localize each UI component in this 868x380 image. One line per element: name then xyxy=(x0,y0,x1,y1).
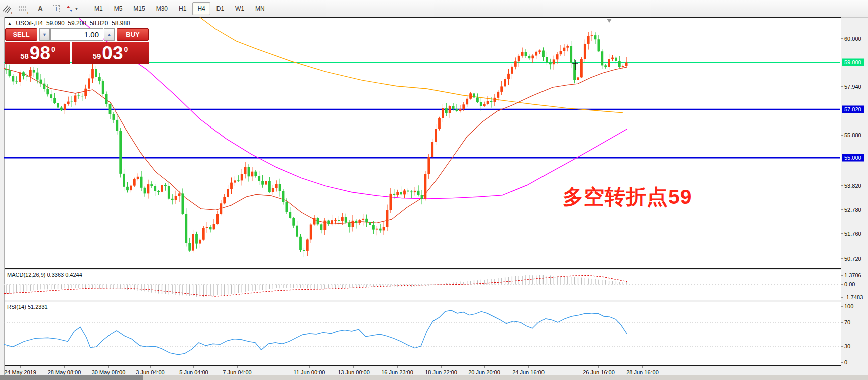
time-axis-label: 18 Jun 22:00 xyxy=(425,369,457,375)
buy-button[interactable]: BUY xyxy=(117,28,149,41)
time-axis-label: 28 May 08:00 xyxy=(48,369,81,375)
ask-price-display[interactable]: 59 03 0 xyxy=(72,42,149,64)
time-axis-label: 11 Jun 00:00 xyxy=(294,369,325,375)
time-axis-label: 5 Jun 04:00 xyxy=(179,369,208,375)
ask-integer: 59 xyxy=(93,52,101,60)
price-axis-label: 55.880 xyxy=(844,132,861,138)
ma-fast-red-line xyxy=(4,67,627,224)
price-line-badge: 59.000 xyxy=(842,59,864,66)
price-axis-label: 52.780 xyxy=(844,207,861,213)
time-axis-label: 28 Jun 16:00 xyxy=(626,369,659,375)
sell-button[interactable]: SELL xyxy=(5,28,37,41)
quote-open: 59.090 xyxy=(46,20,65,27)
time-axis-label: 7 Jun 04:00 xyxy=(223,369,252,375)
macd-signal-line xyxy=(4,275,627,296)
quote-close: 58.980 xyxy=(112,20,130,27)
time-axis-label: 3 Jun 04:00 xyxy=(136,369,165,375)
volume-increase-button[interactable]: ▲ xyxy=(104,28,115,41)
macd-axis-label: 0.00 xyxy=(844,281,855,287)
time-axis-label: 24 Jun 16:00 xyxy=(512,369,545,375)
bid-integer: 58 xyxy=(20,52,29,60)
rsi-axis-label: 0 xyxy=(844,359,847,365)
ask-point: 0 xyxy=(124,45,128,53)
mt4-window: EFAT▼M1M5M15M30H1H4D1W1MN ▲ USOil-,H4 59… xyxy=(0,0,868,380)
time-axis-label: 16 Jun 23:00 xyxy=(381,369,413,375)
price-line-badge: 55.000 xyxy=(842,154,864,162)
up-triangle-icon: ▲ xyxy=(7,21,12,26)
price-axis-label: 50.720 xyxy=(844,256,861,262)
time-axis-label: 26 Jun 16:00 xyxy=(583,369,615,375)
rsi-axis-label: 70 xyxy=(844,319,850,325)
volume-decrease-button[interactable]: ▼ xyxy=(39,28,50,41)
macd-label: MACD(12,26,9) 0.3363 0.4244 xyxy=(7,272,82,278)
symbol-timeframe: USOil-,H4 xyxy=(16,20,43,27)
ma-slow-orange-line xyxy=(200,17,623,113)
price-axis-label: 60.000 xyxy=(844,36,861,42)
quote-line: ▲ USOil-,H4 59.090 59.200 58.820 58.980 xyxy=(7,20,130,27)
rsi-axis-label: 100 xyxy=(844,303,853,309)
ma-mid-magenta-line xyxy=(79,19,627,199)
quote-high: 59.200 xyxy=(68,20,86,27)
time-axis-label: 20 Jun 20:00 xyxy=(468,369,500,375)
time-axis-label: 24 May 2019 xyxy=(4,369,36,375)
macd-axis-label: 1.3706 xyxy=(844,272,861,278)
price-axis-label: 57.940 xyxy=(844,84,861,90)
ask-pips: 03 xyxy=(102,43,123,63)
one-click-trading-panel: SELL ▼ 1.00 ▲ BUY 58 98 0 59 03 0 xyxy=(5,28,149,64)
time-axis-label: 30 May 08:00 xyxy=(92,369,126,375)
time-axis-label: 13 Jun 00:00 xyxy=(338,369,370,375)
chart-text-annotation[interactable]: 多空转折点59 xyxy=(563,183,692,211)
rsi-axis-label: 30 xyxy=(844,343,850,349)
price-axis-label: 51.760 xyxy=(844,231,861,237)
quote-low: 58.820 xyxy=(90,20,108,27)
chart-shift-marker-icon xyxy=(607,19,612,23)
bid-pips: 98 xyxy=(30,43,50,63)
macd-axis-label: -1.7483 xyxy=(844,294,863,300)
bid-point: 0 xyxy=(51,45,55,53)
rsi-label: RSI(14) 51.2331 xyxy=(7,304,48,310)
bid-price-display[interactable]: 58 98 0 xyxy=(5,42,70,64)
price-line-badge: 57.020 xyxy=(842,106,864,113)
volume-input[interactable]: 1.00 xyxy=(50,28,103,41)
price-axis-label: 53.820 xyxy=(844,183,861,189)
rsi-line xyxy=(4,310,627,355)
